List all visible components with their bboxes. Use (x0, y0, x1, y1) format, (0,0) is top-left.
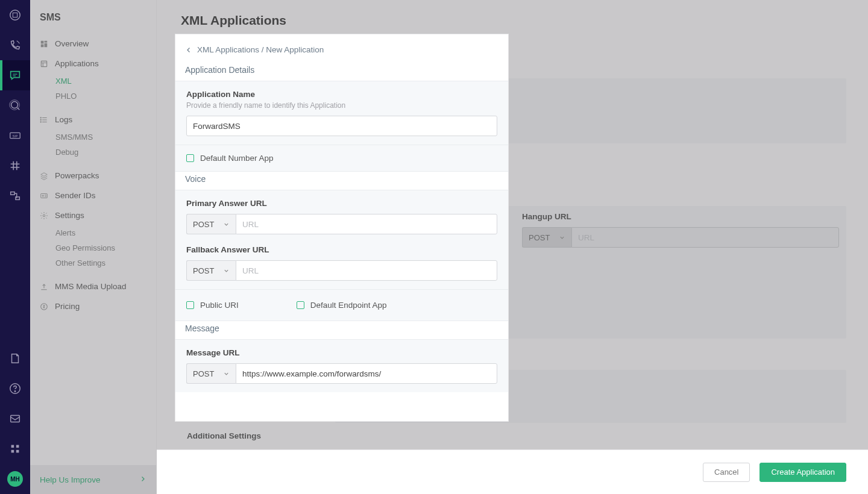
checkbox-label: Default Endpoint App (310, 301, 387, 310)
svg-rect-13 (11, 450, 14, 453)
chevron-down-icon (223, 370, 230, 377)
select-value: POST (193, 266, 214, 275)
chevron-left-icon (185, 46, 192, 54)
rail-numbers-icon[interactable] (0, 151, 30, 181)
rail-support-icon[interactable] (0, 404, 30, 434)
svg-text:SIP: SIP (13, 134, 18, 138)
primary-method-select[interactable]: POST (186, 214, 236, 234)
rail-sms-icon[interactable] (0, 60, 30, 90)
message-url-input[interactable] (236, 363, 497, 384)
avatar: MH (7, 471, 23, 487)
rail-docs-icon[interactable] (0, 343, 30, 374)
breadcrumb-text: XML Applications / New Application (197, 45, 324, 54)
cancel-button[interactable]: Cancel (703, 463, 750, 482)
app-name-input[interactable] (186, 116, 497, 136)
checkbox-label: Default Number App (200, 154, 274, 163)
fallback-answer-label: Fallback Answer URL (186, 245, 497, 254)
primary-url-input[interactable] (236, 214, 497, 234)
svg-rect-7 (16, 197, 19, 200)
public-uri-checkbox[interactable] (186, 301, 194, 309)
section-message: Message (175, 321, 508, 339)
rail-voice-icon[interactable] (0, 30, 30, 60)
rail-account-avatar[interactable]: MH (0, 464, 30, 494)
message-method-select[interactable]: POST (186, 363, 236, 384)
select-value: POST (193, 220, 214, 229)
application-form-panel: XML Applications / New Application Appli… (175, 34, 509, 422)
rail-sip-icon[interactable]: SIP (0, 120, 30, 151)
create-application-button[interactable]: Create Application (760, 463, 846, 482)
primary-answer-label: Primary Answer URL (186, 199, 497, 208)
section-application-details: Application Details (175, 63, 508, 81)
svg-point-0 (10, 10, 20, 20)
message-url-label: Message URL (186, 348, 497, 357)
app-name-help: Provide a friendly name to identify this… (186, 101, 497, 110)
rail-trunk-icon[interactable] (0, 181, 30, 211)
chevron-down-icon (223, 267, 230, 274)
svg-rect-11 (11, 445, 14, 448)
svg-rect-14 (16, 450, 19, 453)
fallback-url-input[interactable] (236, 260, 497, 281)
fallback-method-select[interactable]: POST (186, 260, 236, 281)
svg-rect-6 (11, 192, 14, 195)
app-name-label: Application Name (186, 90, 497, 99)
checkbox-label: Public URI (200, 301, 239, 310)
section-voice: Voice (175, 172, 508, 190)
select-value: POST (193, 369, 214, 378)
rail-apps-icon[interactable] (0, 434, 30, 464)
svg-point-2 (11, 102, 18, 108)
icon-rail: SIP MH (0, 0, 30, 494)
default-endpoint-app-checkbox[interactable] (297, 301, 304, 309)
rail-help-icon[interactable] (0, 374, 30, 404)
svg-rect-10 (11, 416, 20, 422)
rail-home-icon[interactable] (0, 0, 30, 30)
svg-point-9 (14, 391, 15, 392)
svg-rect-12 (16, 445, 19, 448)
footer-bar: Cancel Create Application (157, 449, 868, 494)
chevron-down-icon (223, 221, 230, 228)
breadcrumb[interactable]: XML Applications / New Application (175, 34, 508, 63)
default-number-app-checkbox[interactable] (186, 154, 194, 162)
rail-lookup-icon[interactable] (0, 90, 30, 120)
svg-rect-1 (13, 13, 17, 17)
